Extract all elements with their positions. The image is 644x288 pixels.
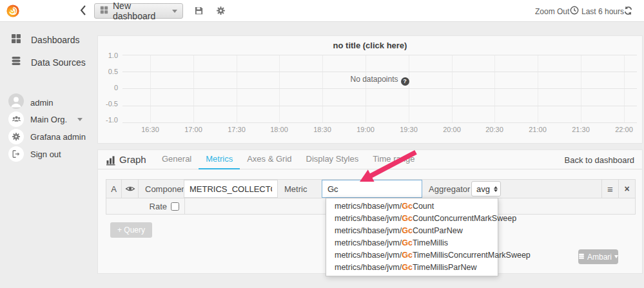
y-axis-tick: 0 [98,84,118,91]
x-axis-tick: 17:00 [177,126,210,133]
aggregator-label: Aggregator [422,180,470,198]
y-axis-tick: -0.5 [98,100,118,108]
aggregator-select[interactable]: avg [471,181,501,197]
x-axis-tick: 17:30 [220,126,253,133]
grafana-app: { "glyphs": { "menu": "≡", "close": "×",… [0,0,644,288]
panel-title[interactable]: no title (click here) [98,41,642,50]
grid-icon [100,5,108,17]
suggestion-item[interactable]: metrics/hbase/jvm/GcTimeMillisConcurrent… [326,249,498,262]
datasource-button[interactable]: Ambari [578,249,618,264]
sidebar-item-label: admin [30,98,53,108]
datasource-label: Ambari [587,253,612,262]
tab-metrics[interactable]: Metrics [199,150,240,169]
gear-icon[interactable] [216,6,226,15]
rate-option: Rate [106,198,185,214]
empty-state-message: No datapoints [350,75,398,84]
avatar [8,93,24,111]
refresh-icon[interactable] [623,6,633,15]
back-chevron-icon[interactable] [79,4,88,17]
rate-label: Rate [150,202,167,211]
app-header: New dashboard Zoom Out Last 6 hours [0,0,644,22]
sidebar-item-data-sources[interactable]: Data Sources [11,56,86,69]
x-axis-tick: 16:30 [134,126,166,133]
sidebar-item-label: Grafana admin [30,132,86,142]
time-range-label: Last 6 hours [581,7,624,16]
database-icon [578,253,585,262]
tab-time-range[interactable]: Time range [366,150,422,169]
sidebar-item-profile[interactable]: admin [8,93,53,111]
y-axis-tick: -1.0 [98,116,118,124]
time-picker[interactable]: Last 6 hours [570,6,624,17]
tab-display-styles[interactable]: Display Styles [299,150,366,169]
x-axis-tick: 19:30 [393,126,425,133]
suggestion-item[interactable]: metrics/hbase/jvm/GcCountConcurrentMarkS… [326,213,498,225]
x-axis-tick: 20:00 [436,126,468,133]
sidebar-item-org[interactable]: Main Org. [8,111,67,127]
zoom-out-button[interactable]: Zoom Out [535,7,569,16]
save-icon[interactable] [194,6,204,15]
grid-icon [11,34,21,46]
sidebar-item-label: Main Org. [30,115,67,124]
y-axis-tick: 1.0 [98,52,118,59]
graph-panel: no title (click here) 1.0 0.5 0 -0.5 -1.… [97,35,643,144]
y-axis-tick: 0.5 [98,68,118,75]
component-label: Component [139,180,184,198]
sidebar-item-label: Dashboards [31,35,80,45]
gear-icon [8,129,24,144]
chevron-down-icon [172,10,177,13]
component-input[interactable] [184,180,278,198]
x-axis-tick: 18:30 [306,126,338,133]
sidebar-item-label: Data Sources [31,57,86,68]
eye-icon[interactable] [122,180,139,198]
aggregator-value: avg [476,184,490,194]
dashboard-name: New dashboard [113,1,172,21]
suggestion-item[interactable]: metrics/hbase/jvm/GcTimeMillisParNew [326,262,498,274]
sidebar-item-dashboards[interactable]: Dashboards [11,34,80,46]
sign-out-icon [8,146,24,162]
help-icon[interactable]: ? [401,77,409,86]
dashboard-picker-button[interactable]: New dashboard [94,3,183,19]
grafana-logo [5,3,21,19]
empty-state: No datapoints? [122,75,637,86]
panel-type-label: Graph [119,154,146,165]
query-row: A Component Metric Aggregator avg ≡ × [106,179,636,198]
back-to-dashboard-link[interactable]: Back to dashboard [565,155,634,165]
query-menu-icon[interactable]: ≡ [601,180,618,198]
users-icon [8,111,24,127]
x-axis-tick: 22:00 [608,126,640,133]
sidebar-item-sign-out[interactable]: Sign out [8,146,61,162]
suggestion-item[interactable]: metrics/hbase/jvm/GcCountParNew [326,225,498,237]
suggestion-item[interactable]: metrics/hbase/jvm/GcTimeMillis [326,237,498,249]
sidebar-item-grafana-admin[interactable]: Grafana admin [8,129,86,144]
query-ref-letter: A [106,180,122,198]
tab-axes-grid[interactable]: Axes & Grid [240,150,298,169]
x-axis-tick: 21:30 [565,126,597,133]
sidebar-item-label: Sign out [30,149,61,159]
metric-input[interactable] [322,180,422,198]
metric-suggestions-dropdown: metrics/hbase/jvm/GcCount metrics/hbase/… [326,198,498,276]
database-icon [11,56,21,69]
x-axis-tick: 18:00 [263,126,295,133]
plot-area [122,55,637,123]
editor-tab-bar: Graph General Metrics Axes & Grid Displa… [98,150,642,169]
select-spinner-icon [494,186,498,192]
chevron-down-icon [77,118,83,121]
suggestion-item[interactable]: metrics/hbase/jvm/GcCount [326,200,498,213]
clock-icon [570,6,579,17]
chevron-down-icon [614,255,618,258]
bar-chart-icon [106,155,116,168]
x-axis-tick: 19:00 [349,126,382,133]
metric-label: Metric [278,180,322,198]
add-query-button[interactable]: + Query [110,222,152,238]
rate-checkbox[interactable] [171,202,179,211]
tab-general[interactable]: General [155,150,199,169]
editor-tabs: General Metrics Axes & Grid Display Styl… [155,150,422,169]
x-axis-tick: 20:30 [478,126,511,133]
x-axis-tick: 21:00 [522,126,554,133]
query-close-icon[interactable]: × [618,180,635,198]
